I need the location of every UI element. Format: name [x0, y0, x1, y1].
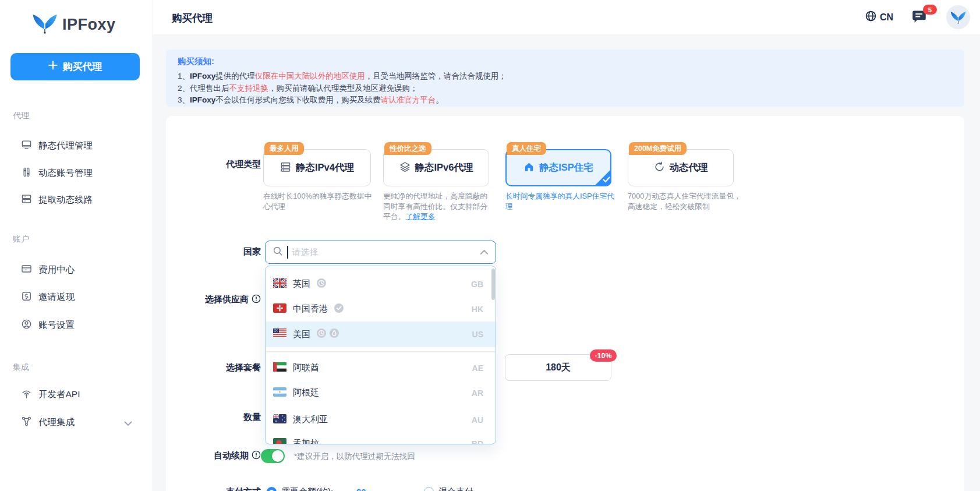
sidebar-item-extract-lines[interactable]: 提取动态线路 — [21, 191, 143, 209]
logo-text: IPFoxy — [62, 16, 116, 34]
notice-title: 购买须知: — [178, 56, 214, 67]
card-badge: 真人住宅 — [507, 142, 546, 155]
sidebar-item-referral-cashback[interactable]: 邀请返现 — [21, 288, 143, 306]
server-rack-icon — [280, 161, 291, 175]
plus-icon — [48, 61, 58, 73]
sidebar-item-static-proxy[interactable]: 静态代理管理 — [21, 137, 143, 154]
notice-line: 1、IPFoxy提供的代理仅限在中国大陆以外的地区使用，且受当地网络监管，请合法… — [178, 71, 935, 82]
provider-label: 选择供应商 — [168, 294, 261, 305]
dropdown-divider — [266, 351, 496, 352]
sidebar-section-proxy: 代理 — [13, 111, 83, 122]
credit-card-icon — [21, 263, 32, 277]
quantity-label: 数量 — [168, 412, 261, 423]
app-root: 购买代理 CN 5 — [0, 0, 980, 491]
card-badge: 200M免费试用 — [629, 142, 687, 155]
radio-selected-icon — [267, 487, 277, 491]
chevron-down-icon[interactable] — [124, 418, 132, 429]
refresh-icon — [654, 161, 665, 175]
server-icon — [21, 193, 32, 207]
gb-flag-icon — [273, 278, 286, 290]
page-title: 购买代理 — [172, 11, 213, 25]
check-icon — [334, 303, 344, 315]
country-row-ae[interactable]: 阿联酋 AE — [266, 355, 496, 380]
avatar[interactable] — [946, 5, 970, 29]
proxy-card-static-ipv4[interactable]: 最多人用 静态IPv4代理 — [263, 142, 371, 186]
chevron-up-icon[interactable] — [480, 247, 489, 257]
chat-icon — [911, 16, 927, 26]
topbar: 购买代理 CN 5 — [153, 0, 980, 34]
language-selector[interactable]: CN — [865, 10, 893, 24]
ipfoxy-fox-icon — [32, 13, 58, 36]
card-title: 静态IPv6代理 — [415, 161, 473, 174]
card-badge: 性价比之选 — [384, 142, 431, 155]
proxy-type-label: 代理类型 — [168, 159, 261, 170]
card-title: 动态代理 — [670, 161, 708, 174]
app-logo: IPFoxy — [32, 13, 116, 36]
sidebar-section-account: 账户 — [13, 234, 83, 246]
auto-renew-label: 自动续期 — [168, 450, 261, 461]
card-description: 在线时长100%的独享静态数据中心代理 — [263, 191, 375, 211]
language-label: CN — [880, 12, 893, 23]
buy-proxy-button[interactable]: 购买代理 — [10, 53, 140, 80]
country-row-ar[interactable]: 阿根廷 AR — [266, 380, 496, 405]
sidebar-item-developer-api[interactable]: 开发者API — [21, 386, 143, 403]
country-placeholder: 请选择 — [292, 247, 476, 258]
text-cursor — [287, 246, 288, 259]
country-row-gb[interactable]: 英国 GB — [266, 271, 496, 296]
country-label: 国家 — [168, 246, 261, 257]
payment-option-mixed[interactable]: 混合支付 — [424, 486, 473, 491]
toggle-knob — [272, 450, 284, 462]
us-flag-icon — [273, 328, 286, 340]
country-dropdown: 英国 GB 中国香港 HK — [265, 266, 496, 444]
sidebar-section-integration: 集成 — [13, 362, 83, 374]
radio-unselected-icon — [424, 487, 434, 491]
learn-more-link[interactable]: 了解更多 — [405, 212, 435, 221]
notice-line: 3、IPFoxy不会以任何形式向您线下收取费用，购买及续费请认准官方平台。 — [178, 95, 935, 106]
flame-icon — [330, 328, 339, 340]
info-icon[interactable] — [252, 294, 261, 305]
balance-amount: $0 — [356, 487, 366, 491]
home-icon — [523, 161, 535, 175]
proxy-card-static-isp[interactable]: 真人住宅 静态ISP住宅 — [505, 142, 611, 186]
bd-flag-icon — [273, 438, 286, 445]
search-icon — [273, 246, 283, 259]
dollar-box-icon — [21, 291, 32, 304]
api-icon — [21, 388, 32, 401]
dropdown-scrollbar[interactable] — [491, 269, 495, 300]
discount-badge: -10% — [590, 349, 617, 362]
ae-flag-icon — [273, 362, 286, 374]
sliders-icon — [21, 167, 32, 180]
sidebar-item-dynamic-accounts[interactable]: 动态账号管理 — [21, 164, 143, 182]
country-row-bd[interactable]: 孟加拉 BD — [266, 431, 496, 444]
selected-check-icon — [594, 169, 611, 186]
country-search-input[interactable]: 请选择 — [265, 241, 496, 264]
country-row-hk[interactable]: 中国香港 HK — [266, 296, 496, 322]
monitor-icon — [21, 139, 32, 153]
clock-icon — [317, 278, 326, 290]
layers-icon — [399, 161, 411, 175]
country-row-us[interactable]: 美国 US — [266, 322, 496, 347]
card-badge: 最多人用 — [264, 142, 304, 155]
auto-renew-note: *建议开启，以防代理过期无法找回 — [294, 451, 415, 462]
auto-renew-toggle[interactable] — [261, 449, 285, 463]
card-title: 静态IPv4代理 — [296, 161, 354, 174]
sidebar-item-billing-center[interactable]: 费用中心 — [21, 261, 143, 278]
proxy-card-dynamic[interactable]: 200M免费试用 动态代理 — [628, 142, 734, 186]
payment-option-balance[interactable]: 需要余额(约): — [267, 486, 333, 491]
globe-icon — [865, 10, 877, 24]
sidebar: IPFoxy 购买代理 代理 静态代理管理 动态账 — [0, 0, 153, 491]
card-description: 7000万动态真人住宅代理流量包，高速稳定，轻松突破限制 — [628, 191, 744, 211]
card-description: 长时间专属独享的真人ISP住宅代理 — [505, 191, 620, 211]
card-description: 更纯净的代理地址，高度隐蔽的同时享有高性价比。仅支持部分平台。了解更多 — [383, 191, 494, 222]
clock-icon — [317, 328, 326, 340]
card-title: 静态ISP住宅 — [539, 161, 593, 174]
country-row-au[interactable]: 澳大利亚 AU — [266, 407, 496, 432]
notification-badge: 5 — [923, 5, 937, 15]
integration-icon — [21, 416, 32, 429]
ar-flag-icon — [273, 387, 286, 399]
hk-flag-icon — [273, 303, 286, 315]
proxy-card-static-ipv6[interactable]: 性价比之选 静态IPv6代理 — [383, 142, 489, 186]
au-flag-icon — [273, 414, 286, 426]
info-icon[interactable] — [252, 450, 261, 461]
sidebar-item-account-settings[interactable]: 账号设置 — [21, 316, 143, 334]
